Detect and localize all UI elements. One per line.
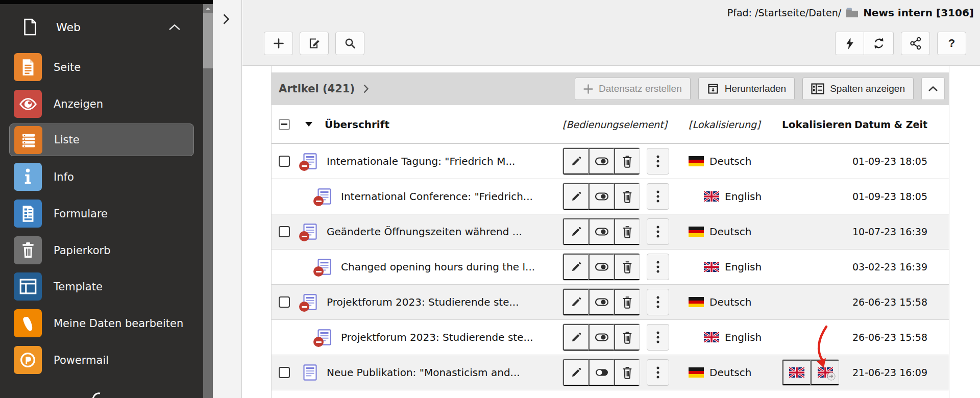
edit-record-button[interactable]	[563, 359, 589, 386]
share-button[interactable]	[901, 32, 930, 55]
more-options-button[interactable]	[647, 359, 669, 386]
delete-record-button[interactable]	[614, 359, 640, 386]
page-icon	[14, 53, 42, 81]
more-options-button[interactable]	[647, 254, 669, 280]
column-header-localize: Lokalisieren	[782, 118, 852, 131]
language-label: Deutsch	[709, 296, 751, 308]
row-checkbox[interactable]	[279, 296, 290, 308]
delete-record-button[interactable]	[614, 218, 640, 245]
edit-record-button[interactable]	[563, 254, 589, 280]
edit-record-button[interactable]	[563, 218, 589, 245]
module-group-web[interactable]: Web	[0, 7, 203, 47]
language-label: Deutsch	[709, 155, 751, 167]
table-row: Projektforum 2023: Studierende ste...	[272, 285, 949, 320]
record-icon[interactable]	[303, 153, 317, 169]
hide-toggle-button[interactable]	[589, 183, 614, 210]
language-label: English	[725, 261, 762, 273]
toggle-on-icon	[595, 366, 609, 379]
more-options-button[interactable]	[647, 324, 669, 351]
edit-record-button[interactable]	[563, 289, 589, 315]
record-datetime: 01-09-23 18:05	[843, 156, 927, 167]
record-title[interactable]: International Conference: "Friedrich...	[341, 190, 533, 203]
record-datetime: 10-07-23 16:39	[843, 226, 927, 237]
german-flag-icon	[689, 367, 704, 378]
record-datetime: 01-09-23 18:05	[843, 191, 927, 202]
download-icon	[707, 83, 719, 95]
sidebar-item-anzeigen[interactable]: Anzeigen	[0, 89, 203, 118]
sidebar-item-template[interactable]: Template	[0, 272, 203, 301]
reload-button[interactable]	[864, 32, 894, 55]
edit-record-button[interactable]	[563, 148, 589, 175]
row-control-group	[562, 218, 640, 245]
sidebar-item-liste[interactable]: Liste	[9, 123, 194, 156]
record-icon[interactable]	[303, 364, 317, 381]
more-options-button[interactable]	[647, 218, 669, 245]
record-icon[interactable]	[317, 329, 331, 345]
row-checkbox[interactable]	[279, 226, 290, 237]
edit-record-button[interactable]	[563, 183, 589, 210]
delete-record-button[interactable]	[614, 324, 640, 351]
sidebar-item-meine-daten[interactable]: Meine Daten bearbeiten	[0, 309, 203, 338]
record-datetime: 26-06-23 15:58	[843, 296, 927, 308]
record-title[interactable]: Geänderte Öffnungszeiten während ...	[327, 226, 522, 238]
delete-record-button[interactable]	[614, 254, 640, 280]
record-type-title[interactable]: Artikel (421)	[279, 83, 369, 95]
hide-toggle-button[interactable]	[589, 359, 614, 386]
scroll-up-arrow-icon[interactable]	[203, 4, 213, 13]
sidebar-item-seite[interactable]: Seite	[0, 53, 203, 82]
record-icon[interactable]	[317, 188, 331, 205]
more-options-button[interactable]	[647, 183, 669, 210]
hide-toggle-button[interactable]	[589, 254, 614, 280]
row-control-group	[562, 183, 640, 210]
more-options-button[interactable]	[647, 148, 669, 175]
delete-record-button[interactable]	[614, 289, 640, 315]
delete-record-button[interactable]	[614, 183, 640, 210]
select-all-checkbox[interactable]	[279, 119, 290, 130]
form-icon	[14, 200, 42, 228]
new-record-button[interactable]	[264, 32, 293, 55]
more-options-button[interactable]	[647, 289, 669, 315]
breadcrumb-record-title[interactable]: News intern [3106]	[863, 7, 974, 19]
language-label: English	[725, 331, 762, 343]
record-title[interactable]: Projektforum 2023: Studierende ste...	[341, 331, 533, 343]
create-record-button[interactable]: Datensatz erstellen	[575, 78, 691, 100]
view-icon	[14, 90, 42, 118]
edit-page-button[interactable]	[300, 32, 329, 55]
collapse-panel-button[interactable]	[921, 78, 945, 100]
show-columns-button[interactable]: Spalten anzeigen	[802, 78, 914, 100]
scrollbar-thumb[interactable]	[203, 13, 213, 68]
breadcrumb-path: Pfad: /Startseite/Daten/	[727, 7, 841, 18]
record-datetime: 03-02-23 16:39	[843, 261, 927, 272]
localize-english-button[interactable]	[782, 360, 811, 385]
expand-pagetree-icon[interactable]	[223, 13, 230, 27]
record-title[interactable]: Neue Publikation: "Monasticism and...	[327, 366, 520, 379]
list-icon	[14, 126, 42, 154]
download-button[interactable]: Herunterladen	[698, 78, 795, 100]
record-icon[interactable]	[303, 223, 317, 240]
row-checkbox[interactable]	[279, 367, 290, 378]
chevron-up-icon[interactable]	[168, 24, 181, 31]
edit-record-button[interactable]	[563, 324, 589, 351]
record-title[interactable]: Changed opening hours during the l...	[341, 261, 535, 273]
translate-english-button[interactable]	[811, 360, 839, 385]
record-title[interactable]: Projektforum 2023: Studierende ste...	[327, 296, 519, 308]
record-icon[interactable]	[317, 259, 331, 275]
hide-toggle-button[interactable]	[589, 218, 614, 245]
help-button[interactable]: ?	[937, 32, 966, 55]
sidebar-item-info[interactable]: Info	[0, 162, 203, 191]
sidebar-item-papierkorb[interactable]: Papierkorb	[0, 236, 203, 265]
plus-icon	[583, 84, 593, 94]
row-checkbox[interactable]	[279, 156, 290, 167]
delete-record-button[interactable]	[614, 148, 640, 175]
record-icon[interactable]	[303, 294, 317, 310]
search-button[interactable]	[335, 32, 364, 55]
sidebar-item-formulare[interactable]: Formulare	[0, 199, 203, 228]
record-title[interactable]: Internationale Tagung: "Friedrich M...	[327, 155, 515, 167]
sidebar-scrollbar[interactable]	[203, 4, 213, 398]
cache-actions-button[interactable]	[835, 32, 864, 55]
caret-down-icon[interactable]	[305, 122, 312, 127]
sidebar-item-powermail[interactable]: Powermail	[0, 345, 203, 375]
hide-toggle-button[interactable]	[589, 289, 614, 315]
hide-toggle-button[interactable]	[589, 148, 614, 175]
hide-toggle-button[interactable]	[589, 324, 614, 351]
